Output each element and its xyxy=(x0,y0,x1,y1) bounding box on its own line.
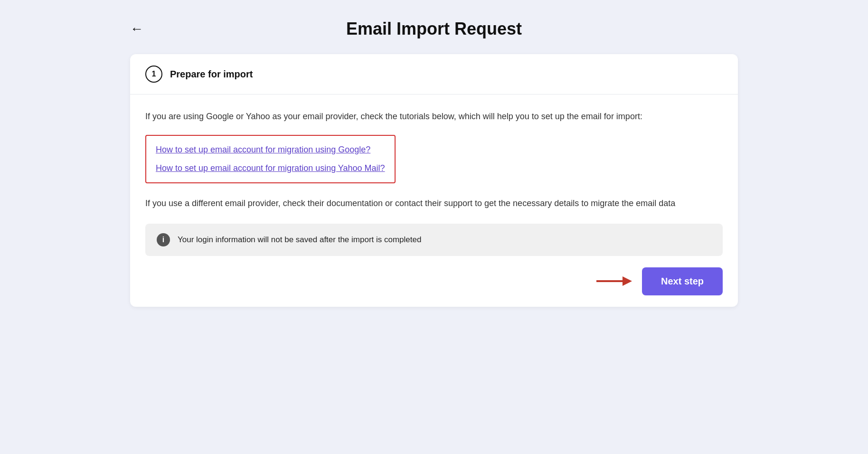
card-body: If you are using Google or Yahoo as your… xyxy=(130,95,738,256)
description-text-2: If you use a different email provider, c… xyxy=(145,197,723,210)
main-card: 1 Prepare for import If you are using Go… xyxy=(130,54,738,307)
links-box: How to set up email account for migratio… xyxy=(145,135,396,183)
svg-marker-1 xyxy=(623,276,632,286)
google-link[interactable]: How to set up email account for migratio… xyxy=(156,143,385,156)
step-badge: 1 xyxy=(145,66,162,83)
next-step-arrow-icon xyxy=(596,274,634,289)
info-text: Your login information will not be saved… xyxy=(178,235,421,245)
info-box: i Your login information will not be sav… xyxy=(145,224,723,256)
card-header: 1 Prepare for import xyxy=(130,54,738,95)
card-header-title: Prepare for import xyxy=(170,69,253,80)
page-header: ← Email Import Request xyxy=(130,19,738,39)
arrow-container xyxy=(596,274,634,289)
back-button[interactable]: ← xyxy=(130,22,143,36)
next-step-button[interactable]: Next step xyxy=(642,267,723,295)
yahoo-link[interactable]: How to set up email account for migratio… xyxy=(156,162,385,175)
page-title: Email Import Request xyxy=(130,19,738,39)
info-icon: i xyxy=(157,233,170,246)
card-footer: Next step xyxy=(130,256,738,307)
description-text-1: If you are using Google or Yahoo as your… xyxy=(145,110,723,123)
